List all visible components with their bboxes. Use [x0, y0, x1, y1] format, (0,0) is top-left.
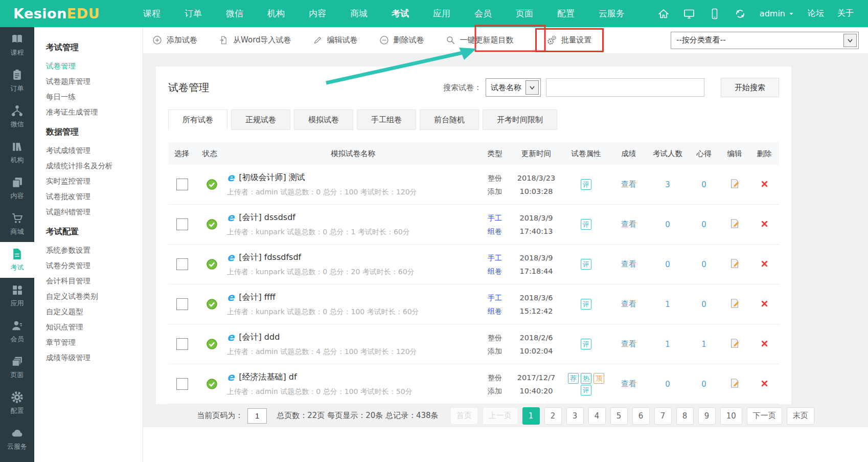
delete-icon[interactable]	[760, 180, 769, 188]
last-page-button[interactable]: 末页	[787, 407, 814, 425]
nav-item[interactable]: 考试	[392, 8, 409, 19]
menu-item[interactable]: 自定义试卷类别	[46, 289, 143, 304]
edit-icon[interactable]	[729, 378, 740, 389]
edit-icon[interactable]	[729, 178, 740, 189]
paper-title[interactable]: [会计] ddd	[239, 332, 280, 343]
nav-link-about[interactable]: 关于	[837, 8, 854, 19]
nav-item[interactable]: 内容	[309, 8, 326, 19]
sidebar-item-copy[interactable]: 内容	[0, 170, 34, 206]
menu-item[interactable]: 试卷题库管理	[46, 74, 143, 89]
sidebar-item-gear[interactable]: 配置	[0, 385, 34, 421]
view-score-link[interactable]: 查看	[621, 219, 636, 229]
row-checkbox[interactable]	[176, 338, 188, 350]
sidebar-item-book[interactable]: 课程	[0, 27, 34, 63]
nav-item[interactable]: 订单	[185, 8, 202, 19]
menu-item[interactable]: 实时监控管理	[46, 173, 143, 189]
page-number-button[interactable]: 10	[720, 407, 742, 425]
edit-icon[interactable]	[729, 258, 740, 269]
paper-title[interactable]: [会计] ffff	[239, 292, 276, 303]
page-number-button[interactable]: 3	[566, 407, 584, 425]
view-score-link[interactable]: 查看	[621, 379, 636, 388]
menu-item[interactable]: 成绩统计排名及分析	[46, 158, 143, 173]
attr-badge[interactable]: 评	[581, 219, 591, 230]
next-page-button[interactable]: 下一页	[747, 407, 782, 425]
view-score-link[interactable]: 查看	[621, 180, 636, 189]
mobile-icon[interactable]	[709, 8, 721, 20]
view-score-link[interactable]: 查看	[621, 259, 636, 269]
menu-item[interactable]: 系统参数设置	[46, 243, 143, 258]
nav-item[interactable]: 云服务	[599, 8, 625, 19]
nav-link-forum[interactable]: 论坛	[808, 8, 824, 19]
nav-item[interactable]: 应用	[433, 8, 450, 19]
delete-icon[interactable]	[760, 299, 769, 308]
attr-badge[interactable]: 评	[581, 179, 591, 190]
attr-badge[interactable]: 评	[581, 259, 591, 270]
toolbar-button[interactable]: 添加试卷	[152, 35, 197, 45]
paper-title[interactable]: [初级会计师] 测试	[239, 172, 305, 183]
home-icon[interactable]	[657, 8, 670, 20]
attr-badge[interactable]: 荐	[568, 373, 579, 384]
menu-item[interactable]: 考试成绩管理	[46, 143, 143, 158]
menu-item[interactable]: 试卷批改管理	[46, 189, 143, 204]
page-number-button[interactable]: 7	[654, 407, 672, 425]
edit-icon[interactable]	[729, 218, 740, 229]
tab-正规试卷[interactable]: 正规试卷	[231, 109, 290, 130]
attr-badge[interactable]: 评	[581, 339, 591, 349]
menu-item[interactable]: 准考证生成管理	[46, 104, 143, 120]
prev-page-button[interactable]: 上一页	[483, 407, 518, 425]
category-filter-select[interactable]: --按分类查看--	[671, 32, 859, 49]
attr-badge[interactable]: 热	[581, 373, 591, 384]
sync-icon[interactable]	[734, 8, 746, 20]
tab-手工组卷[interactable]: 手工组卷	[357, 109, 416, 130]
paper-type[interactable]: 手工组卷	[479, 211, 511, 238]
menu-item[interactable]: 试卷管理	[46, 58, 143, 74]
nav-item[interactable]: 商城	[350, 8, 368, 19]
menu-item[interactable]: 试卷分类管理	[46, 258, 143, 273]
page-number-button[interactable]: 9	[698, 407, 716, 425]
tab-前台随机[interactable]: 前台随机	[420, 109, 479, 130]
view-score-link[interactable]: 查看	[621, 339, 636, 348]
paper-title[interactable]: [会计] dssdsdf	[239, 212, 295, 223]
search-input[interactable]	[546, 78, 704, 97]
row-checkbox[interactable]	[176, 258, 188, 270]
view-score-link[interactable]: 查看	[621, 299, 636, 309]
tab-模拟试卷[interactable]: 模拟试卷	[294, 109, 353, 130]
sidebar-item-library[interactable]: 机构	[0, 135, 34, 170]
row-checkbox[interactable]	[176, 298, 188, 310]
toolbar-button[interactable]: 一键更新题目数	[446, 35, 514, 45]
edit-icon[interactable]	[729, 338, 740, 349]
menu-item[interactable]: 自定义题型	[46, 304, 143, 319]
toolbar-button[interactable]: 编辑试卷	[313, 35, 358, 45]
attr-badge[interactable]: 顶	[593, 373, 604, 384]
nav-item[interactable]: 课程	[143, 8, 161, 19]
row-checkbox[interactable]	[176, 378, 188, 390]
monitor-icon[interactable]	[683, 8, 695, 20]
nav-item[interactable]: 会员	[474, 8, 492, 19]
nav-item[interactable]: 机构	[267, 8, 285, 19]
sidebar-item-user[interactable]: 会员	[0, 314, 34, 349]
page-number-button[interactable]: 8	[676, 407, 694, 425]
sidebar-item-file[interactable]: 考试	[0, 242, 34, 278]
toolbar-button[interactable]: 删除试卷	[379, 35, 424, 45]
user-menu[interactable]: admin	[760, 9, 794, 18]
sidebar-item-cart[interactable]: 商城	[0, 206, 34, 242]
sidebar-item-sitemap[interactable]: 微信	[0, 99, 34, 135]
delete-icon[interactable]	[760, 379, 769, 388]
attr-badge[interactable]: 评	[581, 385, 591, 395]
paper-title[interactable]: [经济法基础] df	[239, 372, 296, 383]
row-checkbox[interactable]	[176, 179, 188, 190]
delete-icon[interactable]	[760, 219, 769, 228]
nav-item[interactable]: 微信	[226, 8, 243, 19]
search-button[interactable]: 开始搜索	[721, 78, 779, 97]
page-number-button[interactable]: 2	[544, 407, 562, 425]
menu-item[interactable]: 试题纠错管理	[46, 204, 143, 219]
current-page-input[interactable]	[247, 408, 267, 424]
row-checkbox[interactable]	[176, 218, 188, 230]
toolbar-button[interactable]: 从Word导入试卷	[219, 35, 291, 45]
paper-title[interactable]: [会计] fdssdfsdf	[239, 252, 301, 263]
delete-icon[interactable]	[760, 339, 769, 348]
first-page-button[interactable]: 首页	[450, 407, 478, 425]
paper-type[interactable]: 手工组卷	[479, 291, 511, 318]
sidebar-item-pages[interactable]: 页面	[0, 349, 34, 385]
edit-icon[interactable]	[729, 298, 740, 309]
